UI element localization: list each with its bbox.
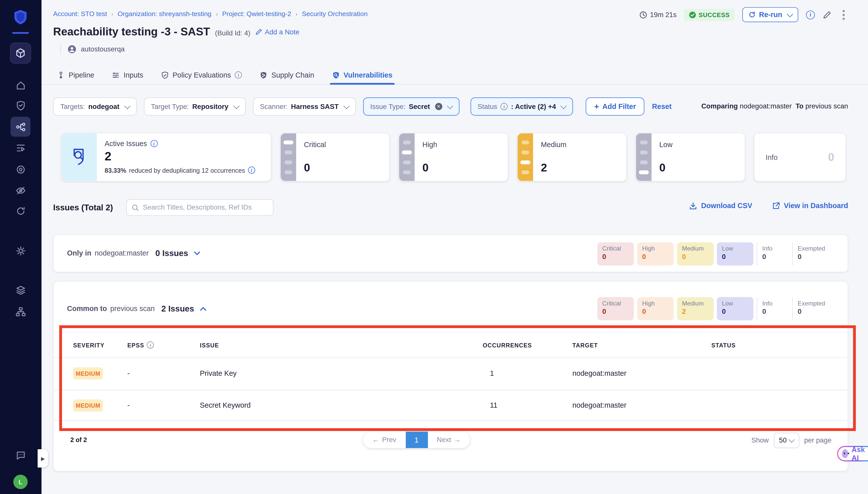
chip-low: Low0 xyxy=(717,242,753,266)
page-size-select[interactable]: 50 xyxy=(774,433,799,448)
home-icon[interactable] xyxy=(11,75,31,95)
chip-low: Low0 xyxy=(717,297,753,321)
sidebar-expand-handle[interactable]: ▶ xyxy=(38,449,48,468)
filter-bar: Targets:nodegoat Target Type:Repository … xyxy=(53,97,848,116)
search-icon xyxy=(132,204,139,211)
epss-value: - xyxy=(127,401,200,410)
pipelines-icon[interactable] xyxy=(11,117,31,136)
medium-count: 2 xyxy=(541,162,547,174)
rerun-button[interactable]: Re-run xyxy=(742,7,798,22)
breadcrumb-organization[interactable]: Organization: shreyansh-testing xyxy=(117,10,211,18)
chip-exempted: Exempted0 xyxy=(792,242,836,266)
target-value: nodegoat:master xyxy=(572,401,711,410)
low-card[interactable]: Low 0 xyxy=(635,133,745,182)
severity-badge: MEDIUM xyxy=(73,399,103,411)
target-value: nodegoat:master xyxy=(572,369,711,377)
filter-issue-type[interactable]: Issue Type:Secret ✕ xyxy=(363,97,459,116)
group-common-toggle[interactable]: Common to previous scan 2 Issues xyxy=(67,304,206,313)
group-only-in-toggle[interactable]: Only in nodegoat:master 0 Issues xyxy=(67,248,200,258)
tab-policy-evaluations[interactable]: Policy Evaluations i xyxy=(161,65,242,84)
layers-icon[interactable] xyxy=(11,280,31,300)
breadcrumb-account[interactable]: Account: STO test xyxy=(53,10,107,18)
shield-scan-icon xyxy=(61,133,97,181)
info-icon[interactable]: i xyxy=(147,341,154,349)
active-issues-card[interactable]: Active Issuesi 2 83.33%reduced by dedupl… xyxy=(61,133,271,182)
chevron-down-icon xyxy=(343,103,350,109)
search-input[interactable] xyxy=(143,204,268,211)
tab-bar: Pipeline Inputs Policy Evaluations i Sup… xyxy=(41,66,868,84)
edit-pencil-icon[interactable] xyxy=(823,10,831,19)
page-1-button[interactable]: 1 xyxy=(406,432,428,448)
prev-page-button[interactable]: ←Prev xyxy=(363,436,406,444)
occurrences-value: 1 xyxy=(483,369,572,377)
chevron-right-icon: › xyxy=(296,11,297,17)
breadcrumb-module[interactable]: Security Orchestration xyxy=(302,10,368,18)
info-card[interactable]: Info 0 xyxy=(754,133,846,182)
filter-targets[interactable]: Targets:nodegoat xyxy=(53,97,136,116)
view-in-dashboard-link[interactable]: View in Dashboard xyxy=(772,201,848,210)
chip-medium: Medium0 xyxy=(677,242,714,266)
tab-vulnerabilities[interactable]: Vulnerabilities xyxy=(332,65,392,84)
comparing-label: Comparing nodegoat:master To previous sc… xyxy=(701,102,848,110)
eye-off-icon[interactable] xyxy=(11,180,31,200)
chevron-down-icon xyxy=(789,437,795,443)
reload-icon xyxy=(749,11,756,18)
tab-inputs[interactable]: Inputs xyxy=(112,65,143,84)
chevron-up-icon[interactable] xyxy=(200,306,206,311)
chip-critical: Critical0 xyxy=(597,297,634,321)
harness-logo[interactable] xyxy=(11,7,31,27)
filter-status[interactable]: Status i : Active (2) +4 xyxy=(470,97,573,116)
issue-name: Secret Keyword xyxy=(200,401,483,410)
issues-title: Issues (Total 2) xyxy=(53,203,113,212)
table-row[interactable]: MEDIUM - Private Key 1 nodegoat:master xyxy=(54,357,848,388)
critical-card[interactable]: Critical 0 xyxy=(280,133,390,182)
hierarchy-icon[interactable] xyxy=(11,302,31,321)
chip-critical: Critical0 xyxy=(597,242,634,266)
page: L ▶ Account: STO test › Organization: sh… xyxy=(0,0,868,494)
target-icon[interactable] xyxy=(11,159,31,179)
chevron-right-icon: › xyxy=(216,11,218,17)
pagination-count: 2 of 2 xyxy=(70,437,87,443)
table-row[interactable]: MEDIUM - Secret Keyword 11 nodegoat:mast… xyxy=(54,390,848,421)
tab-pipeline[interactable]: Pipeline xyxy=(57,65,94,84)
issue-name: Private Key xyxy=(200,369,483,377)
chip-info: Info0 xyxy=(757,297,789,321)
arrow-right-icon: → xyxy=(454,436,461,444)
clear-filter-icon[interactable]: ✕ xyxy=(435,103,442,110)
info-icon[interactable]: i xyxy=(806,10,815,19)
reset-filters-link[interactable]: Reset xyxy=(652,102,671,111)
shield-check-icon[interactable] xyxy=(11,95,31,115)
filter-scanner[interactable]: Scanner:Harness SAST xyxy=(253,97,356,116)
severity-chips: Critical0 High0 Medium2 Low0 Info0 Exemp… xyxy=(594,297,836,321)
download-csv-link[interactable]: Download CSV xyxy=(689,201,752,210)
settings-gear-icon[interactable] xyxy=(11,241,31,261)
chevron-down-icon xyxy=(560,103,567,109)
tab-supply-chain[interactable]: Supply Chain xyxy=(260,65,314,84)
executions-icon[interactable] xyxy=(11,138,31,158)
user-avatar[interactable]: L xyxy=(13,475,27,489)
main-content: Account: STO test › Organization: shreya… xyxy=(41,0,868,494)
chat-icon[interactable] xyxy=(11,445,31,465)
info-icon[interactable]: i xyxy=(248,167,255,174)
add-filter-button[interactable]: + Add Filter xyxy=(586,97,644,116)
next-page-button[interactable]: Next→ xyxy=(428,436,470,444)
chevron-down-icon[interactable] xyxy=(193,251,200,255)
issues-header: Issues (Total 2) Download CSV View in Da… xyxy=(53,198,848,217)
add-note-link[interactable]: Add a Note xyxy=(255,28,299,36)
chevron-down-icon xyxy=(124,103,130,109)
module-cube-icon[interactable] xyxy=(10,43,31,64)
chevron-down-icon xyxy=(447,103,453,109)
medium-card[interactable]: Medium 2 xyxy=(517,133,627,182)
info-icon[interactable]: i xyxy=(150,140,158,147)
severity-bars-icon xyxy=(280,133,296,181)
more-options-kebab-icon[interactable] xyxy=(839,8,848,21)
severity-bars-icon xyxy=(636,133,652,181)
filter-target-type[interactable]: Target Type:Repository xyxy=(144,97,245,116)
sidebar: L xyxy=(0,0,41,494)
info-icon[interactable]: i xyxy=(235,71,242,79)
breadcrumb-project[interactable]: Project: Qwiet-testing-2 xyxy=(222,10,291,18)
high-card[interactable]: High 0 xyxy=(399,133,508,182)
refresh-icon[interactable] xyxy=(11,201,31,221)
ask-ai-button[interactable]: Ask AI xyxy=(837,446,868,462)
run-meta: 19m 21s SUCCESS Re-run i xyxy=(640,7,848,22)
